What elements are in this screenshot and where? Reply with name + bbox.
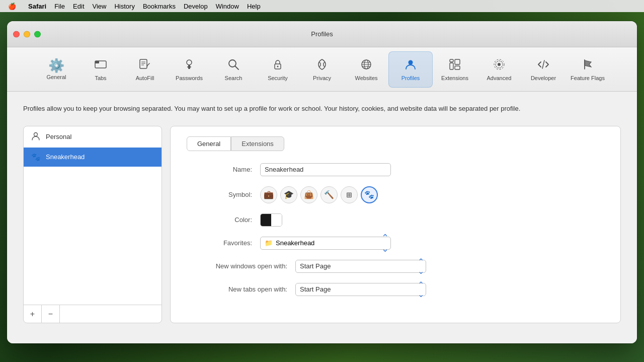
toolbar-label-search: Search: [225, 75, 243, 81]
favorites-control: 📁 Sneakerhead ⌃⌄: [260, 237, 604, 250]
color-picker-button[interactable]: [260, 213, 282, 227]
toolbar-label-feature-flags: Feature Flags: [571, 75, 605, 81]
privacy-icon: [315, 58, 329, 73]
profiles-list: Personal 🐾 Sneakerhead: [24, 126, 162, 305]
svg-rect-2: [140, 59, 147, 68]
tabs-icon: [94, 58, 107, 73]
new-windows-label: New windows open with:: [187, 262, 287, 270]
new-windows-control: Start Page Homepage Empty Page Same Page…: [295, 260, 604, 273]
toolbar-label-autofill: AutoFill: [136, 75, 154, 81]
minimize-button[interactable]: [24, 31, 30, 37]
profile-item-sneakerhead[interactable]: 🐾 Sneakerhead: [24, 148, 162, 167]
close-button[interactable]: [13, 31, 20, 37]
svg-line-18: [325, 66, 326, 66]
feature-flags-icon: [581, 58, 594, 73]
personal-icon: [31, 131, 41, 142]
name-label: Name:: [187, 166, 252, 173]
sidebar-footer: + −: [24, 305, 162, 323]
toolbar: ⚙️ General Tabs Aut: [7, 47, 637, 92]
svg-point-6: [187, 60, 192, 65]
svg-point-34: [34, 132, 38, 136]
toolbar-item-websites[interactable]: Websites: [344, 51, 388, 88]
svg-line-15: [319, 62, 320, 63]
general-icon: ⚙️: [48, 59, 64, 72]
window-title: Profiles: [311, 30, 333, 38]
svg-rect-25: [450, 63, 453, 69]
new-windows-select[interactable]: Start Page Homepage Empty Page Same Page: [295, 260, 426, 273]
favorites-label: Favorites:: [187, 239, 252, 247]
folder-icon: 📁: [265, 239, 273, 247]
tab-extensions[interactable]: Extensions: [231, 136, 284, 151]
toolbar-item-advanced[interactable]: Advanced: [477, 51, 521, 88]
favorites-row: Favorites: 📁 Sneakerhead ⌃⌄: [187, 237, 604, 250]
toolbar-label-passwords: Passwords: [176, 75, 203, 81]
toolbar-item-security[interactable]: Security: [256, 51, 300, 88]
menu-file[interactable]: File: [50, 2, 69, 11]
symbol-control: 💼 🎓 👜 🔨 ⊞ 🐾: [260, 186, 604, 203]
passwords-icon: [183, 58, 196, 73]
add-profile-button[interactable]: +: [24, 305, 42, 323]
svg-rect-8: [187, 66, 191, 67]
menu-safari[interactable]: Safari: [24, 2, 50, 11]
maximize-button[interactable]: [34, 31, 41, 37]
svg-line-16: [325, 62, 326, 63]
symbol-bag[interactable]: 👜: [300, 186, 317, 203]
toolbar-item-privacy[interactable]: Privacy: [300, 51, 344, 88]
svg-rect-27: [455, 66, 460, 69]
symbol-tools[interactable]: 🔨: [320, 186, 338, 203]
developer-icon: [537, 58, 550, 73]
content-area: Profiles allow you to keep your browsing…: [7, 92, 637, 343]
toolbar-label-websites: Websites: [355, 75, 377, 81]
description-text: Profiles allow you to keep your browsing…: [23, 104, 621, 114]
menu-edit[interactable]: Edit: [69, 2, 88, 11]
toolbar-item-autofill[interactable]: AutoFill: [123, 51, 167, 88]
svg-point-12: [277, 65, 279, 67]
new-tabs-select[interactable]: Start Page Homepage Empty Page Same Page: [295, 283, 426, 296]
toolbar-item-feature-flags[interactable]: Feature Flags: [566, 51, 610, 88]
symbol-graduation[interactable]: 🎓: [280, 186, 297, 203]
toolbar-label-developer: Developer: [531, 75, 556, 81]
color-row: Color:: [187, 213, 604, 227]
symbol-paw[interactable]: 🐾: [361, 186, 378, 203]
toolbar-label-security: Security: [268, 75, 288, 81]
profile-label-personal: Personal: [46, 133, 71, 140]
new-windows-row: New windows open with: Start Page Homepa…: [187, 260, 604, 273]
toolbar-item-tabs[interactable]: Tabs: [78, 51, 123, 88]
toolbar-item-extensions[interactable]: Extensions: [433, 51, 477, 88]
menu-view[interactable]: View: [89, 2, 111, 11]
profiles-icon: [404, 58, 417, 73]
menu-bar: 🍎 Safari File Edit View History Bookmark…: [0, 0, 644, 12]
svg-line-17: [319, 66, 320, 66]
extensions-icon: [448, 58, 461, 73]
symbol-briefcase[interactable]: 💼: [260, 186, 277, 203]
toolbar-label-profiles: Profiles: [401, 75, 420, 81]
svg-line-32: [542, 60, 544, 68]
profile-item-personal[interactable]: Personal: [24, 126, 162, 148]
toolbar-item-developer[interactable]: Developer: [521, 51, 566, 88]
search-icon: [227, 58, 240, 73]
favorites-display[interactable]: 📁 Sneakerhead: [260, 237, 391, 250]
apple-menu[interactable]: 🍎: [4, 2, 20, 11]
toolbar-item-passwords[interactable]: Passwords: [167, 51, 211, 88]
favorites-select-wrapper: 📁 Sneakerhead ⌃⌄: [260, 237, 391, 250]
profile-label-sneakerhead: Sneakerhead: [46, 153, 85, 161]
toolbar-label-extensions: Extensions: [441, 75, 468, 81]
menu-develop[interactable]: Develop: [180, 2, 212, 11]
menu-history[interactable]: History: [110, 2, 138, 11]
favorites-value: Sneakerhead: [276, 239, 314, 247]
toolbar-item-general[interactable]: ⚙️ General: [34, 51, 78, 88]
tab-general[interactable]: General: [187, 136, 231, 151]
advanced-icon: [493, 58, 506, 73]
menu-window[interactable]: Window: [212, 2, 243, 11]
svg-rect-1: [95, 61, 99, 63]
new-tabs-row: New tabs open with: Start Page Homepage …: [187, 283, 604, 296]
remove-profile-button[interactable]: −: [42, 305, 60, 323]
toolbar-item-search[interactable]: Search: [211, 51, 256, 88]
menu-bookmarks[interactable]: Bookmarks: [139, 2, 180, 11]
name-input[interactable]: [260, 163, 391, 176]
toolbar-item-profiles[interactable]: Profiles: [388, 51, 433, 88]
symbol-grid[interactable]: ⊞: [341, 186, 358, 203]
menu-help[interactable]: Help: [243, 2, 265, 11]
traffic-lights: [13, 31, 41, 37]
toolbar-label-tabs: Tabs: [95, 75, 106, 81]
